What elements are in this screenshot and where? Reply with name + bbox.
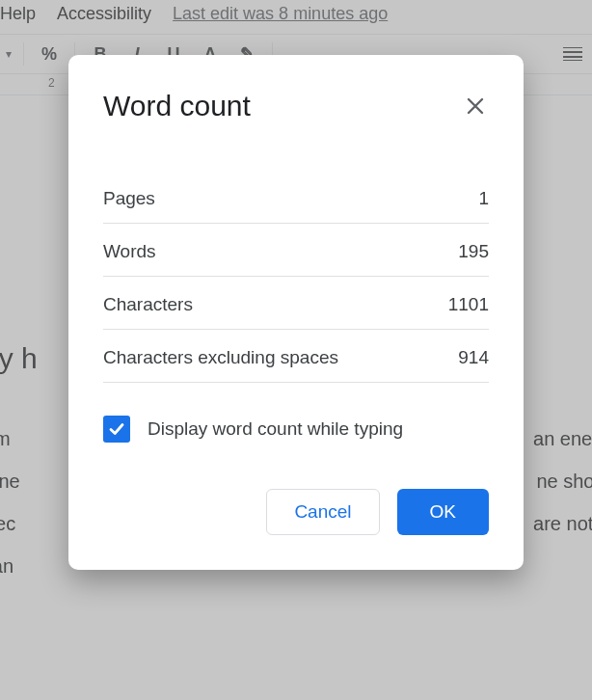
stat-value: 1101 <box>448 294 489 315</box>
stat-value: 195 <box>458 241 489 262</box>
check-icon <box>107 419 126 439</box>
close-button[interactable] <box>462 93 489 120</box>
dialog-actions: Cancel OK <box>103 489 489 535</box>
stat-label: Pages <box>103 188 155 209</box>
word-count-dialog: Word count Pages 1 Words 195 Characters … <box>68 55 524 570</box>
stat-value: 914 <box>458 347 489 368</box>
ok-button[interactable]: OK <box>397 489 489 535</box>
display-while-typing-checkbox[interactable] <box>103 416 130 443</box>
stat-row-words: Words 195 <box>103 224 489 277</box>
close-icon <box>466 96 485 116</box>
stat-row-pages: Pages 1 <box>103 171 489 224</box>
cancel-button[interactable]: Cancel <box>266 489 379 535</box>
stat-row-characters: Characters 1101 <box>103 277 489 330</box>
dialog-title: Word count <box>103 90 251 122</box>
checkbox-label: Display word count while typing <box>148 418 403 440</box>
display-while-typing-row: Display word count while typing <box>103 416 489 443</box>
stat-label: Words <box>103 241 156 262</box>
stat-value: 1 <box>478 188 489 209</box>
stat-label: Characters <box>103 294 193 315</box>
stat-row-characters-excl-spaces: Characters excluding spaces 914 <box>103 330 489 383</box>
stat-label: Characters excluding spaces <box>103 347 338 368</box>
